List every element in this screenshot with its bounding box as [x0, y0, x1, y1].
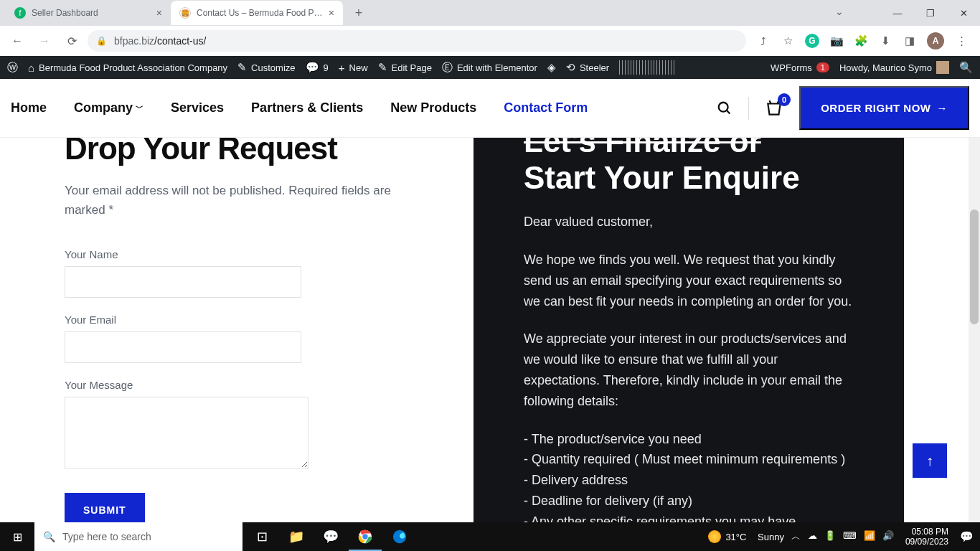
wp-diamond-icon[interactable]: ◈ [547, 61, 556, 74]
main-menu: Home Company﹀ Services Partners & Client… [11, 100, 588, 116]
volume-icon[interactable]: 🔊 [882, 530, 894, 543]
menu-home[interactable]: Home [11, 100, 47, 116]
address-bar[interactable]: 🔒 bfpac.biz/contact-us/ [88, 30, 746, 52]
wp-comments[interactable]: 💬9 [306, 61, 329, 74]
favicon-icon: 🍔 [179, 7, 191, 19]
scrollbar-track[interactable] [969, 138, 980, 522]
browser-chrome: f Seller Dashboard × 🍔 Contact Us – Berm… [0, 0, 980, 56]
order-now-button[interactable]: ORDER RIGHT NOW→ [799, 86, 969, 130]
enquire-column: Let's Finalize or Start Your Enquire Dea… [473, 138, 904, 522]
wp-edit-page[interactable]: ✎Edit Page [378, 61, 432, 74]
close-window-button[interactable]: ✕ [947, 0, 980, 26]
system-tray: 31°C Sunny ︿ ☁ 🔋 ⌨ 📶 🔊 05:08 PM 09/09/20… [708, 527, 980, 547]
tab-strip: f Seller Dashboard × 🍔 Contact Us – Berm… [0, 0, 980, 26]
page-content: Drop Your Request Your email address wil… [0, 138, 980, 522]
url-text: bfpac.biz/contact-us/ [114, 35, 206, 47]
window-controls: — ❐ ✕ [881, 0, 980, 26]
reload-button[interactable]: ⟳ [60, 29, 83, 52]
taskbar-search[interactable]: 🔍 Type here to search [34, 522, 242, 551]
wp-customize[interactable]: ✎Customize [237, 61, 295, 74]
maximize-button[interactable]: ❐ [914, 0, 947, 26]
input-icon[interactable]: ⌨ [843, 530, 857, 543]
svg-line-1 [727, 110, 730, 113]
message-input[interactable] [65, 397, 308, 468]
search-icon[interactable] [717, 100, 732, 116]
wp-howdy[interactable]: Howdy, Maurico Symo [839, 61, 949, 74]
new-tab-button[interactable]: + [349, 3, 369, 23]
tab-seller-dashboard[interactable]: f Seller Dashboard × [6, 1, 171, 25]
chrome-icon[interactable] [349, 522, 382, 551]
tab-title: Seller Dashboard [32, 8, 151, 18]
download-icon[interactable]: ⬇ [878, 34, 892, 48]
enquire-body: Dear valued customer, We hope we finds y… [524, 212, 854, 522]
scrollbar-thumb[interactable] [970, 209, 979, 324]
favicon-icon: f [14, 7, 26, 19]
task-icons: ⊡ 📁 💬 [245, 522, 416, 551]
close-icon[interactable]: × [329, 7, 334, 19]
menu-new-products[interactable]: New Products [390, 100, 476, 116]
wp-steeler[interactable]: ⟲Steeler [566, 61, 609, 74]
search-placeholder: Type here to search [62, 531, 151, 542]
menu-contact-form[interactable]: Contact Form [504, 100, 588, 116]
tabs-dropdown-icon[interactable]: ⌄ [835, 6, 844, 17]
page-title: Drop Your Request [65, 138, 409, 166]
wp-search-icon[interactable]: 🔍 [959, 61, 973, 74]
forward-button[interactable]: → [33, 29, 56, 52]
menu-partners[interactable]: Partners & Clients [251, 100, 363, 116]
chevron-up-icon[interactable]: ︿ [791, 530, 801, 543]
edge-icon[interactable] [383, 522, 416, 551]
arrow-right-icon: → [937, 102, 948, 114]
task-view-icon[interactable]: ⊡ [245, 522, 278, 551]
profile-avatar[interactable]: A [927, 32, 944, 50]
wp-admin-bar: ⓦ ⌂Bermuda Food Product Association Comp… [0, 56, 980, 79]
email-input[interactable] [65, 331, 301, 363]
wp-new[interactable]: +New [339, 62, 368, 74]
lock-icon: 🔒 [96, 36, 107, 46]
close-icon[interactable]: × [156, 7, 162, 19]
back-button[interactable]: ← [6, 29, 29, 52]
extensions-icon[interactable]: 🧩 [854, 34, 868, 48]
minimize-button[interactable]: — [881, 0, 914, 26]
name-input[interactable] [65, 266, 301, 298]
menu-services[interactable]: Services [171, 100, 224, 116]
file-explorer-icon[interactable]: 📁 [280, 522, 313, 551]
tab-title: Contact Us – Bermuda Food Proc [197, 8, 323, 18]
search-icon: 🔍 [43, 531, 55, 542]
wifi-icon[interactable]: 📶 [864, 530, 875, 543]
svg-point-3 [362, 534, 367, 539]
battery-icon[interactable]: 🔋 [824, 530, 836, 543]
onedrive-icon[interactable]: ☁ [808, 530, 817, 543]
form-subtext: Your email address will not be published… [65, 181, 409, 220]
wp-site-name[interactable]: ⌂Bermuda Food Product Association Compan… [28, 62, 227, 74]
scroll-top-button[interactable]: ↑ [913, 443, 947, 478]
whatsapp-icon[interactable]: 💬 [314, 522, 347, 551]
camera-icon[interactable]: 📷 [829, 34, 844, 48]
menu-icon[interactable]: ⋮ [954, 34, 969, 48]
windows-taskbar: ⊞ 🔍 Type here to search ⊡ 📁 💬 31°C Sunny… [0, 522, 980, 551]
wp-logo[interactable]: ⓦ [7, 61, 18, 75]
cart-icon[interactable]: 0 [765, 99, 783, 118]
bookmark-icon[interactable]: ☆ [781, 34, 795, 48]
enquire-heading: Let's Finalize or Start Your Enquire [524, 138, 854, 196]
grammarly-icon[interactable]: G [805, 34, 819, 48]
sun-icon [708, 530, 721, 543]
wp-wpforms[interactable]: WPForms1 [771, 62, 829, 73]
browser-toolbar: ← → ⟳ 🔒 bfpac.biz/contact-us/ ⤴ ☆ G 📷 🧩 … [0, 26, 980, 56]
notifications-icon[interactable]: 💬 [960, 530, 974, 543]
name-label: Your Name [65, 248, 409, 260]
start-button[interactable]: ⊞ [0, 522, 34, 551]
share-icon[interactable]: ⤴ [756, 34, 771, 48]
chevron-down-icon: ﹀ [136, 103, 143, 113]
email-label: Your Email [65, 314, 409, 326]
tray-icons: ︿ ☁ 🔋 ⌨ 📶 🔊 [791, 530, 894, 543]
form-column: Drop Your Request Your email address wil… [0, 138, 430, 522]
divider [748, 97, 749, 120]
submit-button[interactable]: SUBMIT [65, 493, 145, 522]
toolbar-icons: ⤴ ☆ G 📷 🧩 ⬇ ◨ A ⋮ [750, 32, 974, 50]
weather-widget[interactable]: 31°C Sunny [708, 530, 784, 543]
clock[interactable]: 05:08 PM 09/09/2023 [901, 527, 953, 547]
tab-contact-us[interactable]: 🍔 Contact Us – Bermuda Food Proc × [171, 1, 343, 25]
menu-company[interactable]: Company﹀ [74, 100, 143, 116]
sidepanel-icon[interactable]: ◨ [903, 34, 917, 48]
wp-edit-elementor[interactable]: ⒺEdit with Elementor [442, 61, 537, 75]
